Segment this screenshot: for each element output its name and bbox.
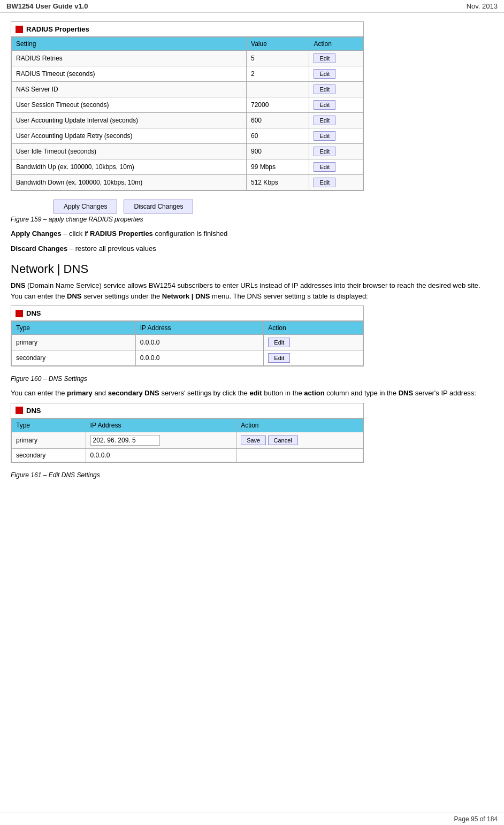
- radius-value-cell: 99 Mbps: [247, 159, 309, 175]
- radius-col-action: Action: [309, 37, 363, 51]
- dns2-action-cell: [236, 448, 363, 462]
- body-text-apply: Apply Changes – click if RADIUS Properti…: [11, 228, 493, 239]
- network-dns-heading: Network | DNS: [11, 262, 493, 276]
- table-row: secondary 0.0.0.0: [12, 448, 363, 462]
- radius-action-cell: Edit: [309, 97, 363, 113]
- figure-159-caption: Figure 159 – apply change RADIUS propert…: [11, 216, 493, 223]
- radius-icon: [16, 26, 23, 33]
- radius-table-container: RADIUS Properties Setting Value Action R…: [11, 21, 364, 191]
- radius-setting-cell: Bandwidth Up (ex. 100000, 10kbps, 10m): [12, 159, 247, 175]
- dns-table2-container: DNS Type IP Address Action primary Save …: [11, 403, 364, 463]
- radius-table-title-row: RADIUS Properties: [11, 22, 363, 37]
- dns1-action-cell: Edit: [264, 350, 363, 366]
- dns1-action-cell: Edit: [264, 335, 363, 350]
- dns-table2-title-row: DNS: [11, 403, 363, 418]
- dns2-col-type: Type: [12, 418, 86, 432]
- radius-properties-label: RADIUS Properties: [90, 230, 153, 238]
- action-label: action: [304, 389, 324, 397]
- radius-setting-cell: NAS Server ID: [12, 82, 247, 97]
- main-content: RADIUS Properties Setting Value Action R…: [0, 13, 504, 493]
- dns-ip-input[interactable]: [90, 435, 160, 446]
- radius-value-cell: 5: [247, 51, 309, 66]
- body-text3-part5: column and type in the: [325, 389, 399, 397]
- dns-table1-container: DNS Type IP Address Action primary 0.0.0…: [11, 305, 364, 366]
- primary-label: primary: [67, 389, 93, 397]
- radius-value-cell: 2: [247, 66, 309, 82]
- secondary-dns-label: secondary DNS: [108, 389, 159, 397]
- radius-setting-cell: User Session Timeout (seconds): [12, 97, 247, 113]
- apply-changes-button[interactable]: Apply Changes: [54, 200, 117, 213]
- dns-intro-text2: server settings under the: [82, 292, 162, 300]
- page-number: Page 95 of 184: [454, 815, 498, 823]
- dns-intro-text3: menu. The DNS server setting s table is …: [210, 292, 368, 300]
- body-text1-suffix: configuration is finished: [155, 230, 227, 238]
- page-footer: Page 95 of 184: [0, 813, 504, 825]
- action-buttons-group: Apply Changes Discard Changes: [54, 200, 493, 213]
- radius-edit-button-3[interactable]: Edit: [314, 100, 335, 110]
- table-row: User Accounting Update Interval (seconds…: [12, 113, 363, 128]
- radius-edit-button-6[interactable]: Edit: [314, 147, 335, 156]
- table-row: NAS Server ID Edit: [12, 82, 363, 97]
- body-text3-part1: You can enter the: [11, 389, 67, 397]
- table-row: primary Save Cancel: [12, 432, 363, 448]
- dns-label-2: DNS: [67, 292, 81, 300]
- table-row: User Idle Timeout (seconds) 900 Edit: [12, 144, 363, 159]
- dns-table2-title: DNS: [26, 407, 41, 415]
- dns-intro-paragraph: DNS (Domain Name Service) service allows…: [11, 280, 493, 301]
- body-text3-part6: server's IP address:: [413, 389, 476, 397]
- radius-col-value: Value: [247, 37, 309, 51]
- dns2-col-ip: IP Address: [86, 418, 236, 432]
- radius-action-cell: Edit: [309, 159, 363, 175]
- dns1-type-cell: secondary: [12, 350, 136, 366]
- radius-action-cell: Edit: [309, 66, 363, 82]
- discard-changes-button[interactable]: Discard Changes: [124, 200, 193, 213]
- table-row: User Session Timeout (seconds) 72000 Edi…: [12, 97, 363, 113]
- radius-edit-button-5[interactable]: Edit: [314, 131, 335, 141]
- doc-date: Nov. 2013: [467, 2, 498, 10]
- body-text2-suffix: – restore all previous values: [70, 245, 156, 253]
- dns-table-1: Type IP Address Action primary 0.0.0.0 E…: [11, 321, 363, 366]
- radius-action-cell: Edit: [309, 51, 363, 66]
- dns1-edit-button-0[interactable]: Edit: [268, 338, 290, 347]
- radius-edit-button-1[interactable]: Edit: [314, 69, 335, 79]
- radius-action-cell: Edit: [309, 144, 363, 159]
- radius-action-cell: Edit: [309, 128, 363, 144]
- radius-table: Setting Value Action RADIUS Retries 5 Ed…: [11, 37, 363, 190]
- dns-save-button[interactable]: Save: [241, 436, 266, 445]
- radius-edit-button-0[interactable]: Edit: [314, 54, 335, 63]
- dns-label-1: DNS: [11, 281, 25, 289]
- dns2-type-cell: secondary: [12, 448, 86, 462]
- body-text-discard: Discard Changes – restore all previous v…: [11, 243, 493, 254]
- dns-cancel-button[interactable]: Cancel: [268, 436, 298, 445]
- apply-changes-label: Apply Changes: [11, 230, 62, 238]
- dns2-ip-cell: 0.0.0.0: [86, 448, 236, 462]
- dns1-ip-cell: 0.0.0.0: [135, 350, 264, 366]
- radius-table-title: RADIUS Properties: [26, 25, 89, 33]
- radius-setting-cell: RADIUS Retries: [12, 51, 247, 66]
- radius-setting-cell: RADIUS Timeout (seconds): [12, 66, 247, 82]
- dns1-ip-cell: 0.0.0.0: [135, 335, 264, 350]
- radius-edit-button-7[interactable]: Edit: [314, 162, 335, 172]
- body-text-dns-edit: You can enter the primary and secondary …: [11, 388, 493, 399]
- dns2-ip-cell-edit: [86, 432, 236, 448]
- dns-icon-2: [16, 407, 23, 414]
- dns2-col-action: Action: [236, 418, 363, 432]
- table-row: RADIUS Retries 5 Edit: [12, 51, 363, 66]
- dns-table-2: Type IP Address Action primary Save Canc…: [11, 418, 363, 462]
- radius-setting-cell: User Accounting Update Retry (seconds): [12, 128, 247, 144]
- figure-161-caption: Figure 161 – Edit DNS Settings: [11, 471, 493, 479]
- radius-value-cell: 60: [247, 128, 309, 144]
- radius-edit-button-8[interactable]: Edit: [314, 178, 335, 187]
- radius-setting-cell: User Idle Timeout (seconds): [12, 144, 247, 159]
- dns-table1-title-row: DNS: [11, 306, 363, 321]
- table-row: Bandwidth Down (ex. 100000, 10kbps, 10m)…: [12, 175, 363, 190]
- radius-action-cell: Edit: [309, 113, 363, 128]
- radius-setting-cell: User Accounting Update Interval (seconds…: [12, 113, 247, 128]
- body-text3-part2: and: [93, 389, 108, 397]
- table-row: primary 0.0.0.0 Edit: [12, 335, 363, 350]
- dns1-edit-button-1[interactable]: Edit: [268, 353, 290, 363]
- page-header: BW1254 User Guide v1.0 Nov. 2013: [0, 0, 504, 13]
- radius-edit-button-4[interactable]: Edit: [314, 116, 335, 125]
- radius-edit-button-2[interactable]: Edit: [314, 85, 335, 94]
- radius-value-cell: 600: [247, 113, 309, 128]
